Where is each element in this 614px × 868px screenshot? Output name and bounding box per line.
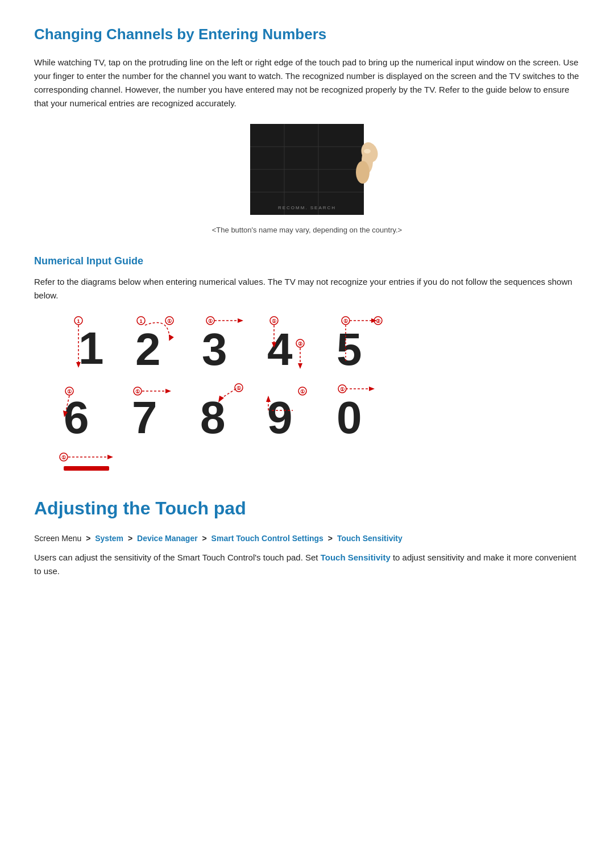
tv-screen: RECOMM. SEARCH [250, 124, 364, 215]
digit-7: 7 ① [125, 382, 188, 445]
svg-text:2: 2 [135, 324, 161, 375]
breadcrumb-prefix: Screen Menu [34, 534, 81, 543]
svg-text:3: 3 [202, 324, 227, 375]
image-caption: <The button's name may vary, depending o… [34, 225, 580, 236]
svg-marker-67 [369, 387, 375, 391]
breadcrumb-device-manager[interactable]: Device Manager [137, 534, 198, 543]
svg-rect-74 [64, 466, 109, 471]
breadcrumb-sep4: > [328, 534, 335, 543]
svg-text:①: ① [135, 389, 140, 394]
digit-8: 8 ① [193, 382, 256, 445]
digit-9: 9 ① [262, 382, 324, 445]
numbers-row-1: 1 1 2 1 [34, 314, 580, 376]
svg-text:①: ① [167, 318, 172, 324]
svg-text:①: ① [272, 318, 276, 324]
breadcrumb-sep2: > [128, 534, 135, 543]
svg-text:①: ① [300, 389, 305, 394]
svg-text:4: 4 [267, 324, 293, 375]
svg-marker-26 [238, 318, 243, 323]
intro-text: While watching TV, tap on the protruding… [34, 56, 580, 110]
svg-text:1: 1 [139, 318, 142, 324]
page-content: Changing Channels by Entering Numbers Wh… [34, 23, 580, 578]
svg-text:①: ① [237, 385, 241, 391]
svg-text:0: 0 [337, 392, 362, 443]
digit-1: 1 1 [57, 314, 119, 376]
digit-0: 0 ① [330, 382, 392, 445]
svg-point-9 [356, 161, 370, 184]
digit-6: 6 ① [57, 382, 119, 445]
finger-icon [346, 141, 380, 181]
numerical-guide-heading: Numerical Input Guide [34, 253, 580, 269]
digit-2: 2 1 ① [125, 314, 188, 376]
svg-marker-35 [298, 363, 302, 369]
svg-text:②: ② [298, 341, 302, 347]
svg-point-10 [364, 149, 371, 153]
svg-text:1: 1 [77, 318, 80, 324]
svg-text:5: 5 [337, 324, 362, 375]
svg-text:9: 9 [267, 392, 293, 443]
tv-illustration: RECOMM. SEARCH [250, 124, 364, 215]
breadcrumb-smart-touch[interactable]: Smart Touch Control Settings [211, 534, 323, 543]
changing-channels-section: Changing Channels by Entering Numbers Wh… [34, 23, 580, 236]
description-prefix: Users can adjust the sensitivity of the … [34, 553, 321, 562]
digit-5: 5 ① ② [330, 314, 392, 376]
main-heading: Changing Channels by Entering Numbers [34, 23, 580, 47]
digit-3: 3 ① [193, 314, 256, 376]
numerical-input-guide-section: Numerical Input Guide Refer to the diagr… [34, 253, 580, 477]
svg-marker-53 [165, 389, 171, 393]
dash-indicator: ① [34, 450, 580, 477]
adjusting-touchpad-section: Adjusting the Touch pad Screen Menu > Sy… [34, 494, 580, 578]
touch-sensitivity-link[interactable]: Touch Sensitivity [321, 553, 391, 562]
breadcrumb-system[interactable]: System [95, 534, 123, 543]
tv-image-container: RECOMM. SEARCH [34, 124, 580, 219]
svg-marker-73 [107, 455, 113, 459]
breadcrumb: Screen Menu > System > Device Manager > … [34, 532, 580, 545]
svg-text:1: 1 [78, 323, 104, 373]
svg-text:①: ① [61, 455, 66, 460]
adjusting-description: Users can adjust the sensitivity of the … [34, 551, 580, 578]
svg-text:RECOMM.   SEARCH: RECOMM. SEARCH [278, 205, 336, 210]
numerical-guide-text: Refer to the diagrams below when enterin… [34, 275, 580, 302]
breadcrumb-sep1: > [86, 534, 93, 543]
breadcrumb-sep3: > [202, 534, 209, 543]
svg-text:①: ① [67, 389, 72, 394]
svg-text:8: 8 [200, 392, 226, 443]
numbers-row-2: 6 ① 7 ① [34, 382, 580, 445]
svg-text:6: 6 [64, 392, 89, 443]
svg-text:①: ① [208, 318, 213, 324]
svg-text:①: ① [343, 318, 348, 324]
adjusting-heading: Adjusting the Touch pad [34, 494, 580, 523]
breadcrumb-touch-sensitivity[interactable]: Touch Sensitivity [337, 534, 403, 543]
svg-text:①: ① [340, 387, 345, 392]
svg-text:②: ② [376, 318, 380, 324]
svg-marker-19 [166, 334, 174, 342]
svg-text:7: 7 [132, 392, 157, 443]
digit-4: 4 ① ② [262, 314, 324, 376]
